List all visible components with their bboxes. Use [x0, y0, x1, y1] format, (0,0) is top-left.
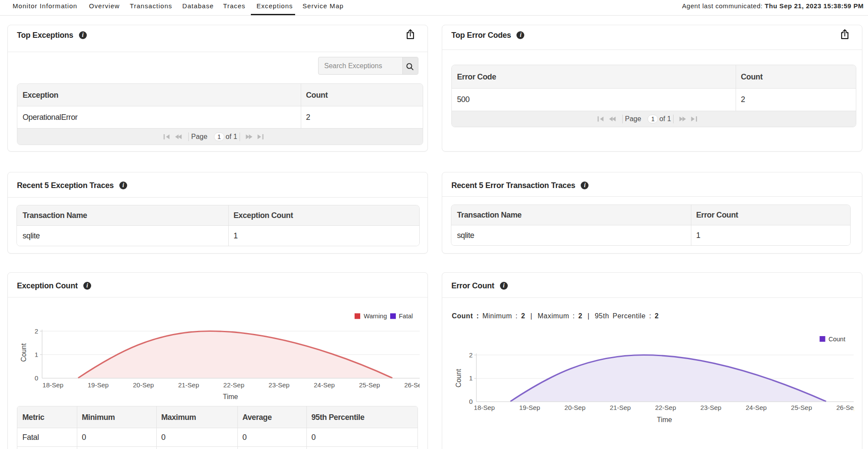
svg-text:22-Sep: 22-Sep	[655, 404, 676, 411]
svg-text:0: 0	[469, 398, 473, 405]
svg-text:Count: Count	[829, 336, 845, 343]
svg-text:0: 0	[35, 374, 38, 382]
svg-text:18-Sep: 18-Sep	[474, 404, 495, 411]
svg-text:26-Sep: 26-Sep	[404, 381, 420, 389]
svg-text:24-Sep: 24-Sep	[314, 381, 335, 389]
svg-text:2: 2	[469, 351, 473, 359]
svg-text:Time: Time	[223, 393, 238, 400]
svg-text:25-Sep: 25-Sep	[359, 381, 380, 389]
svg-text:26-Sep: 26-Sep	[836, 404, 854, 411]
svg-text:21-Sep: 21-Sep	[610, 404, 631, 411]
svg-text:21-Sep: 21-Sep	[178, 381, 199, 389]
svg-text:19-Sep: 19-Sep	[519, 404, 540, 411]
svg-text:1: 1	[35, 351, 38, 358]
svg-text:20-Sep: 20-Sep	[565, 404, 585, 411]
svg-text:18-Sep: 18-Sep	[43, 381, 63, 389]
svg-text:1: 1	[469, 374, 473, 382]
svg-text:Count: Count	[455, 369, 462, 387]
svg-text:Warning: Warning	[364, 313, 387, 320]
svg-text:2: 2	[35, 327, 38, 335]
svg-text:23-Sep: 23-Sep	[269, 381, 289, 389]
svg-text:24-Sep: 24-Sep	[746, 404, 766, 411]
svg-text:20-Sep: 20-Sep	[133, 381, 154, 389]
svg-text:25-Sep: 25-Sep	[791, 404, 812, 411]
svg-text:Fatal: Fatal	[399, 313, 413, 320]
svg-text:Count: Count	[20, 343, 27, 362]
svg-text:23-Sep: 23-Sep	[700, 404, 721, 411]
svg-text:19-Sep: 19-Sep	[88, 381, 108, 389]
svg-text:22-Sep: 22-Sep	[224, 381, 244, 389]
svg-text:Time: Time	[657, 416, 672, 423]
